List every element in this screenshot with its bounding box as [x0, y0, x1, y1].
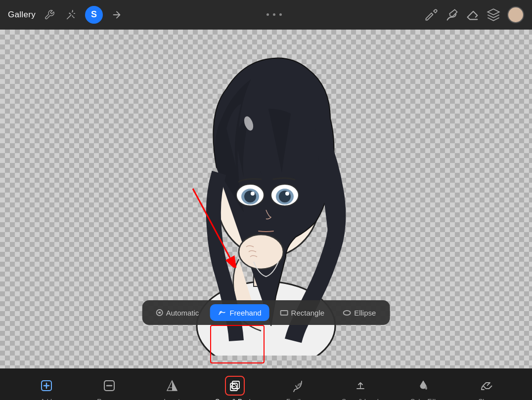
invert-label: Invert — [164, 398, 180, 400]
color-fill-icon — [416, 379, 430, 393]
freehand-icon — [218, 308, 226, 317]
rectangle-icon — [280, 310, 288, 316]
color-picker[interactable] — [507, 6, 524, 23]
clear-icon-wrap — [476, 376, 496, 396]
invert-icon-wrap — [162, 376, 182, 396]
copy-paste-label: Copy & Paste — [215, 398, 255, 400]
gallery-button[interactable]: Gallery — [8, 10, 36, 20]
smudge-icon[interactable] — [445, 8, 459, 22]
rectangle-label: Rectangle — [291, 309, 325, 317]
automatic-button[interactable]: Automatic — [148, 305, 207, 321]
s-tool-icon[interactable]: S — [85, 6, 103, 24]
dot2 — [273, 13, 275, 16]
add-tool[interactable]: Add — [27, 376, 66, 400]
add-icon — [40, 379, 53, 393]
wrench-icon[interactable] — [42, 7, 57, 23]
toolbar-left: Gallery S — [8, 6, 125, 24]
rectangle-button[interactable]: Rectangle — [272, 305, 333, 321]
save-load-tool[interactable]: Save & Load — [341, 376, 380, 400]
brush-icon[interactable] — [424, 8, 438, 22]
invert-icon — [165, 379, 179, 393]
top-toolbar: Gallery S — [0, 0, 532, 30]
svg-point-10 — [279, 191, 291, 202]
add-icon-wrap — [37, 376, 56, 396]
magic-wand-icon[interactable] — [63, 7, 79, 23]
remove-icon-wrap — [99, 376, 119, 396]
clear-tool[interactable]: Clear — [466, 376, 506, 400]
bottom-toolbar: Add Remove Invert — [0, 368, 532, 400]
invert-tool[interactable]: Invert — [152, 376, 192, 400]
svg-point-7 — [251, 192, 255, 196]
ellipse-label: Ellipse — [354, 309, 376, 317]
dot1 — [266, 13, 269, 16]
feather-label: Feather — [286, 398, 309, 400]
copy-paste-icon-wrap — [225, 376, 245, 396]
toolbar-right — [424, 6, 524, 23]
freehand-label: Freehand — [229, 309, 261, 317]
automatic-label: Automatic — [166, 309, 199, 317]
toolbar-center — [266, 13, 282, 16]
ellipse-button[interactable]: Ellipse — [335, 305, 384, 321]
color-fill-icon-wrap — [413, 376, 433, 396]
remove-label: Remove — [97, 398, 121, 400]
ellipse-icon — [343, 310, 351, 316]
svg-point-6 — [244, 191, 256, 202]
svg-point-11 — [285, 192, 289, 196]
freehand-button[interactable]: Freehand — [210, 304, 269, 321]
copy-paste-icon — [228, 379, 242, 393]
save-load-icon-wrap — [351, 376, 370, 396]
save-load-icon — [354, 379, 367, 393]
canvas-area[interactable]: Automatic Freehand Rectangle Ellipse — [0, 30, 532, 368]
clear-icon — [479, 379, 493, 393]
clear-label: Clear — [478, 398, 493, 400]
automatic-icon — [156, 309, 163, 316]
selection-bar: Automatic Freehand Rectangle Ellipse — [142, 300, 390, 325]
copy-paste-tool[interactable]: Copy & Paste — [215, 376, 255, 400]
color-fill-label: Color Fill — [410, 398, 436, 400]
layers-icon[interactable] — [487, 8, 500, 22]
remove-icon — [102, 379, 116, 393]
feather-tool[interactable]: Feather — [278, 376, 317, 400]
eraser-icon[interactable] — [466, 8, 480, 22]
color-fill-tool[interactable]: Color Fill — [403, 376, 443, 400]
svg-point-12 — [239, 235, 283, 269]
dot3 — [279, 13, 282, 16]
add-label: Add — [41, 398, 52, 400]
feather-icon-wrap — [288, 376, 308, 396]
arrow-icon[interactable] — [109, 7, 125, 23]
remove-tool[interactable]: Remove — [89, 376, 129, 400]
save-load-label: Save & Load — [342, 398, 378, 400]
feather-icon — [291, 379, 305, 393]
s-label: S — [91, 9, 97, 20]
